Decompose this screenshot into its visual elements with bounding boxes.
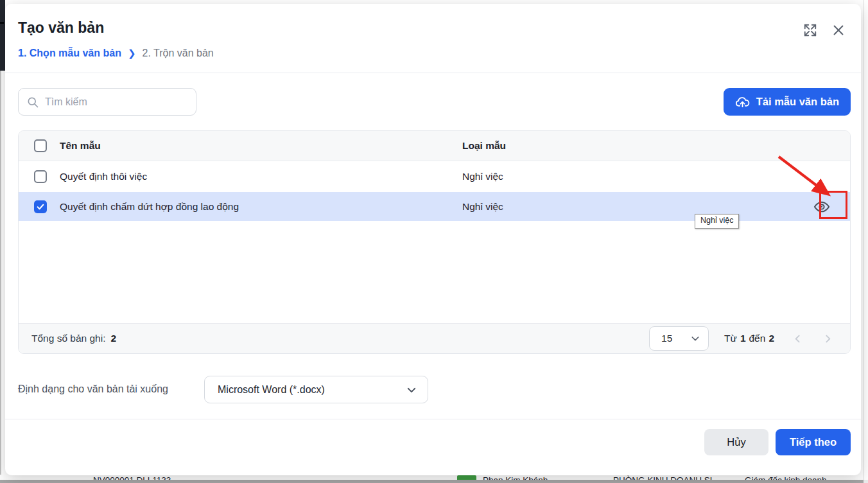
row-2-template-name: Quyết định chấm dứt hợp đồng lao động [60,201,462,213]
pagination-range: Từ 1 đến 2 [724,333,774,344]
page-right-edge [864,0,864,483]
horizontal-scrollbar[interactable] [0,480,864,483]
search-icon [26,96,39,109]
range-from-value: 1 [740,333,746,344]
cancel-button[interactable]: Hủy [704,429,768,455]
column-header-name[interactable]: Tên mẫu [60,140,462,152]
select-all-checkbox[interactable] [34,139,47,152]
table-row-1[interactable]: Quyết định thôi việc Nghỉ việc [19,161,850,192]
create-document-modal: Tạo văn bản 1. Chọn mẫu văn bản ❯ 2. Trộ… [5,4,861,475]
total-records-value: 2 [110,333,116,344]
upload-template-button[interactable]: Tải mẫu văn bản [724,88,851,116]
range-to-label: đến [749,333,766,344]
table-footer: Tổng số bản ghi: 2 15 Từ 1 đến 2 [19,323,850,353]
background-sidebar-sliver [0,0,5,71]
chevron-right-icon: ❯ [128,48,136,59]
range-from-label: Từ [724,333,737,344]
cloud-upload-icon [735,94,750,109]
row-1-checkbox[interactable] [34,170,47,183]
next-page-icon[interactable] [822,333,833,344]
step-2-merge-document: 2. Trộn văn bản [143,48,214,59]
modal-title: Tạo văn bản [18,19,104,37]
download-format-select[interactable]: Microsoft Word (*.docx) [204,376,428,403]
breadcrumb-steps: 1. Chọn mẫu văn bản ❯ 2. Trộn văn bản [18,48,214,59]
expand-icon[interactable] [803,23,817,37]
column-header-type[interactable]: Loại mẫu [462,140,794,152]
hamburger-icon [0,22,4,24]
download-format-value: Microsoft Word (*.docx) [218,384,325,396]
template-table: Tên mẫu Loại mẫu Quyết định thôi việc Ng… [18,130,851,354]
table-empty-area [19,221,850,323]
table-header-row: Tên mẫu Loại mẫu [19,131,850,161]
row-2-template-type: Nghỉ việc [462,201,794,213]
close-icon[interactable] [831,23,846,37]
row-1-template-name: Quyết định thôi việc [60,171,462,182]
preview-eye-icon[interactable] [812,197,831,216]
search-box[interactable] [18,88,196,116]
chevron-down-icon [406,384,417,396]
row-2-checkbox-checked[interactable] [34,200,47,213]
native-tooltip: Nghỉ việc [695,214,739,229]
step-1-choose-template[interactable]: 1. Chọn mẫu văn bản [18,48,121,59]
page-size-value: 15 [661,333,672,344]
scrollbar-corner [864,480,868,483]
download-format-label: Định dạng cho văn bản tải xuống [18,383,168,395]
chevron-down-icon [690,333,700,344]
next-button[interactable]: Tiếp theo [776,429,851,455]
search-input[interactable] [45,96,188,108]
footer-divider [5,419,861,419]
total-records-label: Tổng số bản ghi: [31,333,105,344]
header-divider [5,73,861,73]
row-1-template-type: Nghỉ việc [462,171,794,182]
page-left-edge [0,0,1,483]
page-size-select[interactable]: 15 [649,326,709,351]
range-to-value: 2 [768,333,774,344]
previous-page-icon[interactable] [792,333,803,344]
upload-template-label: Tải mẫu văn bản [756,96,839,108]
